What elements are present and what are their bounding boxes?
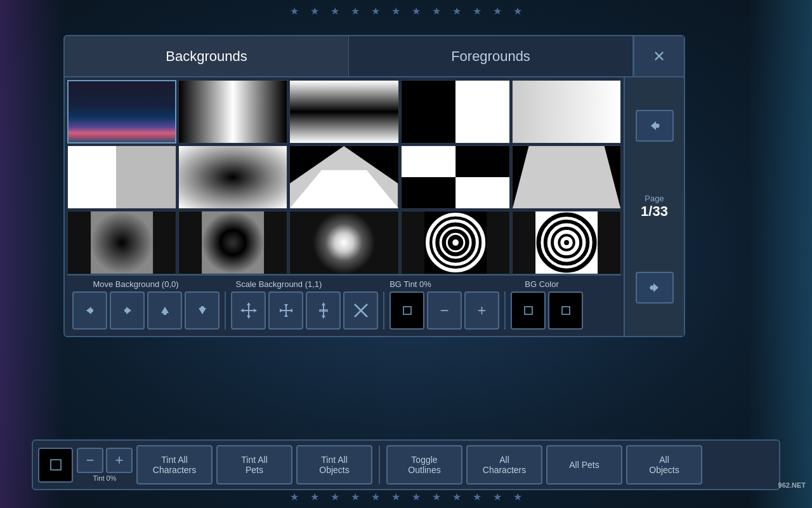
bg-cell-1[interactable]: [67, 80, 176, 144]
all-objects-label: All Objects: [649, 455, 679, 475]
scale-shrink-icon: [277, 301, 296, 320]
tint-minus-plus-group: − +: [77, 448, 133, 473]
svg-rect-50: [525, 307, 532, 314]
tab-foregrounds-label: Foregrounds: [451, 48, 530, 65]
tab-backgrounds[interactable]: Backgrounds: [65, 36, 349, 76]
svg-point-23: [89, 309, 93, 312]
global-tint-pct-label: Tint 0%: [93, 474, 117, 482]
move-right-icon: [119, 302, 136, 319]
move-label: Move Background (0,0): [72, 279, 199, 289]
controls-bar: Move Background (0,0) Scale Background (…: [67, 274, 621, 333]
svg-marker-32: [240, 309, 244, 312]
tint-control-group: − + Tint 0%: [77, 448, 133, 482]
bg-cell-13[interactable]: [289, 211, 398, 274]
svg-marker-35: [247, 316, 251, 319]
bg-cell-8[interactable]: [289, 145, 398, 209]
bg-cell-9[interactable]: [401, 145, 510, 209]
all-characters-label: All Characters: [483, 455, 526, 475]
tint-plus-btn[interactable]: +: [464, 291, 499, 330]
svg-marker-40: [284, 304, 288, 307]
scale-x-btn[interactable]: [343, 291, 378, 330]
controls-buttons: − +: [72, 291, 616, 330]
all-characters-btn[interactable]: All Characters: [466, 445, 542, 485]
bg-cell-6[interactable]: [67, 145, 176, 209]
all-pets-label: All Pets: [569, 460, 599, 470]
svg-point-25: [124, 309, 128, 312]
color-swatch-1[interactable]: [511, 291, 546, 330]
svg-point-27: [163, 311, 167, 315]
content-area: Move Background (0,0) Scale Background (…: [65, 77, 684, 336]
move-left-btn[interactable]: [72, 291, 107, 330]
svg-rect-49: [403, 307, 411, 314]
svg-point-53: [655, 124, 659, 128]
global-tint-swatch-icon: [49, 458, 63, 472]
background-grid: [67, 80, 621, 274]
tab-foregrounds[interactable]: Foregrounds: [349, 36, 633, 76]
svg-rect-9: [313, 211, 375, 274]
bg-cell-14[interactable]: [401, 211, 510, 274]
bg-cell-11[interactable]: [67, 211, 176, 274]
divider-2: [383, 291, 384, 330]
toggle-outlines-btn[interactable]: Toggle Outlines: [386, 445, 462, 485]
next-page-btn[interactable]: [636, 272, 674, 304]
grid-section: Move Background (0,0) Scale Background (…: [65, 77, 624, 336]
tint-all-objects-label: Tint All Objects: [319, 455, 349, 475]
svg-point-55: [650, 286, 654, 290]
tint-swatch-btn[interactable]: [390, 291, 424, 330]
svg-marker-6: [513, 146, 620, 208]
all-objects-btn[interactable]: All Objects: [626, 445, 702, 485]
bottom-divider-1: [379, 446, 380, 484]
bg-cell-7[interactable]: [178, 145, 287, 209]
move-right-btn[interactable]: [110, 291, 145, 330]
scale-all-btn[interactable]: [231, 291, 266, 330]
scale-vert-btn[interactable]: [306, 291, 341, 330]
svg-marker-38: [289, 309, 292, 312]
svg-marker-33: [254, 309, 257, 312]
prev-page-btn[interactable]: [636, 110, 674, 142]
color-swatch-2[interactable]: [548, 291, 583, 330]
svg-marker-44: [322, 316, 325, 319]
tint-all-pets-btn[interactable]: Tint All Pets: [216, 445, 292, 485]
divider-3: [504, 291, 506, 330]
move-left-icon: [81, 302, 99, 319]
svg-marker-41: [284, 314, 288, 317]
move-down-btn[interactable]: [185, 291, 219, 330]
move-down-icon: [193, 302, 211, 319]
global-tint-minus-btn[interactable]: −: [77, 448, 103, 473]
global-tint-swatch[interactable]: [38, 448, 73, 483]
pagination-panel: Page 1/33: [624, 77, 684, 336]
color-label: BG Color: [468, 279, 616, 289]
svg-point-29: [200, 306, 204, 310]
glow-svg: [290, 211, 398, 274]
all-pets-btn[interactable]: All Pets: [546, 445, 622, 485]
tint-all-objects-btn[interactable]: Tint All Objects: [296, 445, 372, 485]
bg-cell-5[interactable]: [512, 80, 621, 144]
page-label: Page: [641, 194, 668, 203]
trapezoid-svg: [513, 146, 620, 208]
bg-cell-12[interactable]: [178, 211, 287, 274]
close-icon: ✕: [653, 48, 665, 65]
bg-cell-10[interactable]: [512, 145, 621, 209]
bg-cell-3[interactable]: [289, 80, 398, 144]
blob-svg: [179, 211, 287, 274]
bg-cell-15[interactable]: [512, 211, 621, 274]
move-up-btn[interactable]: [147, 291, 182, 330]
tint-minus-btn[interactable]: −: [427, 291, 462, 330]
scale-all-icon: [239, 301, 258, 320]
page-info: Page 1/33: [641, 194, 668, 220]
svg-rect-51: [562, 307, 570, 314]
global-tint-plus-btn[interactable]: +: [106, 448, 133, 473]
svg-rect-56: [51, 460, 61, 470]
svg-point-21: [564, 240, 569, 245]
move-up-icon: [156, 302, 174, 319]
main-dialog: Backgrounds Foregrounds ✕: [63, 35, 685, 337]
bg-cell-2[interactable]: [178, 80, 287, 144]
svg-marker-34: [247, 302, 251, 305]
close-button[interactable]: ✕: [633, 36, 684, 76]
tint-minus-icon: −: [440, 302, 449, 319]
tint-all-characters-btn[interactable]: Tint All Characters: [136, 445, 213, 485]
tint-label: BG Tint 0%: [353, 279, 468, 289]
bg-cell-4[interactable]: [401, 80, 510, 144]
tint-all-pets-label: Tint All Pets: [241, 455, 268, 475]
scale-shrink-btn[interactable]: [268, 291, 303, 330]
